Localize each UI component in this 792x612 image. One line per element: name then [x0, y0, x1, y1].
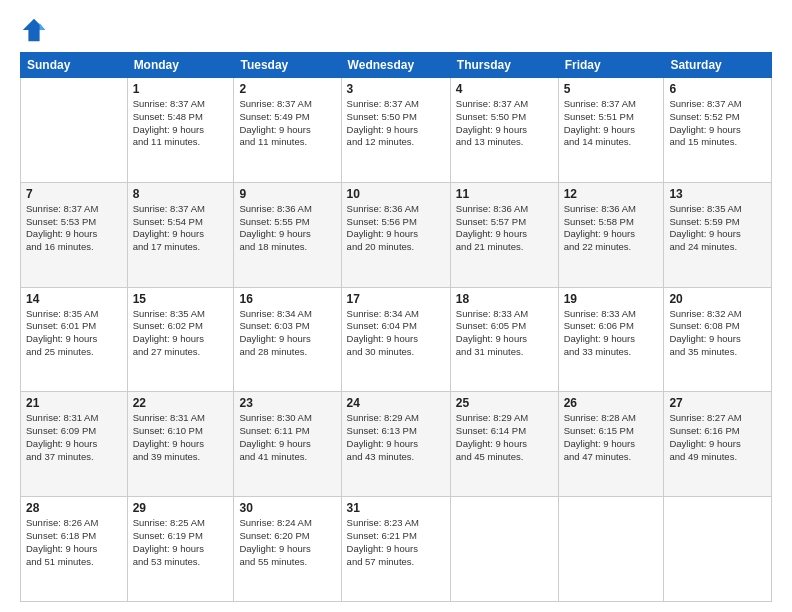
header-row: SundayMondayTuesdayWednesdayThursdayFrid…: [21, 53, 772, 78]
day-info: Sunrise: 8:30 AM Sunset: 6:11 PM Dayligh…: [239, 412, 335, 463]
day-info: Sunrise: 8:37 AM Sunset: 5:53 PM Dayligh…: [26, 203, 122, 254]
day-cell: 9Sunrise: 8:36 AM Sunset: 5:55 PM Daylig…: [234, 182, 341, 287]
day-number: 4: [456, 82, 553, 96]
day-number: 12: [564, 187, 659, 201]
day-cell: 21Sunrise: 8:31 AM Sunset: 6:09 PM Dayli…: [21, 392, 128, 497]
day-cell: 14Sunrise: 8:35 AM Sunset: 6:01 PM Dayli…: [21, 287, 128, 392]
day-number: 30: [239, 501, 335, 515]
day-number: 2: [239, 82, 335, 96]
day-cell: [450, 497, 558, 602]
week-row-4: 21Sunrise: 8:31 AM Sunset: 6:09 PM Dayli…: [21, 392, 772, 497]
day-cell: 31Sunrise: 8:23 AM Sunset: 6:21 PM Dayli…: [341, 497, 450, 602]
day-number: 31: [347, 501, 445, 515]
day-info: Sunrise: 8:31 AM Sunset: 6:10 PM Dayligh…: [133, 412, 229, 463]
day-number: 21: [26, 396, 122, 410]
day-cell: 7Sunrise: 8:37 AM Sunset: 5:53 PM Daylig…: [21, 182, 128, 287]
col-header-wednesday: Wednesday: [341, 53, 450, 78]
day-number: 19: [564, 292, 659, 306]
day-info: Sunrise: 8:37 AM Sunset: 5:50 PM Dayligh…: [456, 98, 553, 149]
day-cell: 25Sunrise: 8:29 AM Sunset: 6:14 PM Dayli…: [450, 392, 558, 497]
day-cell: 8Sunrise: 8:37 AM Sunset: 5:54 PM Daylig…: [127, 182, 234, 287]
day-number: 6: [669, 82, 766, 96]
day-info: Sunrise: 8:37 AM Sunset: 5:52 PM Dayligh…: [669, 98, 766, 149]
day-cell: 27Sunrise: 8:27 AM Sunset: 6:16 PM Dayli…: [664, 392, 772, 497]
col-header-sunday: Sunday: [21, 53, 128, 78]
day-info: Sunrise: 8:34 AM Sunset: 6:03 PM Dayligh…: [239, 308, 335, 359]
day-number: 5: [564, 82, 659, 96]
col-header-saturday: Saturday: [664, 53, 772, 78]
day-cell: 26Sunrise: 8:28 AM Sunset: 6:15 PM Dayli…: [558, 392, 664, 497]
day-info: Sunrise: 8:26 AM Sunset: 6:18 PM Dayligh…: [26, 517, 122, 568]
day-number: 29: [133, 501, 229, 515]
day-info: Sunrise: 8:35 AM Sunset: 5:59 PM Dayligh…: [669, 203, 766, 254]
day-info: Sunrise: 8:24 AM Sunset: 6:20 PM Dayligh…: [239, 517, 335, 568]
day-cell: 24Sunrise: 8:29 AM Sunset: 6:13 PM Dayli…: [341, 392, 450, 497]
day-cell: 19Sunrise: 8:33 AM Sunset: 6:06 PM Dayli…: [558, 287, 664, 392]
day-number: 1: [133, 82, 229, 96]
day-number: 10: [347, 187, 445, 201]
week-row-5: 28Sunrise: 8:26 AM Sunset: 6:18 PM Dayli…: [21, 497, 772, 602]
day-cell: 20Sunrise: 8:32 AM Sunset: 6:08 PM Dayli…: [664, 287, 772, 392]
day-number: 23: [239, 396, 335, 410]
day-cell: [21, 78, 128, 183]
day-info: Sunrise: 8:32 AM Sunset: 6:08 PM Dayligh…: [669, 308, 766, 359]
day-cell: 6Sunrise: 8:37 AM Sunset: 5:52 PM Daylig…: [664, 78, 772, 183]
day-cell: 18Sunrise: 8:33 AM Sunset: 6:05 PM Dayli…: [450, 287, 558, 392]
day-number: 26: [564, 396, 659, 410]
col-header-monday: Monday: [127, 53, 234, 78]
day-number: 24: [347, 396, 445, 410]
day-cell: 28Sunrise: 8:26 AM Sunset: 6:18 PM Dayli…: [21, 497, 128, 602]
logo: [20, 16, 52, 44]
calendar-table: SundayMondayTuesdayWednesdayThursdayFrid…: [20, 52, 772, 602]
day-number: 27: [669, 396, 766, 410]
day-info: Sunrise: 8:37 AM Sunset: 5:48 PM Dayligh…: [133, 98, 229, 149]
col-header-tuesday: Tuesday: [234, 53, 341, 78]
day-number: 28: [26, 501, 122, 515]
day-info: Sunrise: 8:25 AM Sunset: 6:19 PM Dayligh…: [133, 517, 229, 568]
day-cell: 4Sunrise: 8:37 AM Sunset: 5:50 PM Daylig…: [450, 78, 558, 183]
col-header-friday: Friday: [558, 53, 664, 78]
day-info: Sunrise: 8:29 AM Sunset: 6:13 PM Dayligh…: [347, 412, 445, 463]
day-cell: 12Sunrise: 8:36 AM Sunset: 5:58 PM Dayli…: [558, 182, 664, 287]
week-row-2: 7Sunrise: 8:37 AM Sunset: 5:53 PM Daylig…: [21, 182, 772, 287]
day-number: 25: [456, 396, 553, 410]
day-number: 16: [239, 292, 335, 306]
day-info: Sunrise: 8:37 AM Sunset: 5:51 PM Dayligh…: [564, 98, 659, 149]
week-row-1: 1Sunrise: 8:37 AM Sunset: 5:48 PM Daylig…: [21, 78, 772, 183]
day-info: Sunrise: 8:28 AM Sunset: 6:15 PM Dayligh…: [564, 412, 659, 463]
day-number: 20: [669, 292, 766, 306]
header: [20, 16, 772, 44]
day-info: Sunrise: 8:31 AM Sunset: 6:09 PM Dayligh…: [26, 412, 122, 463]
day-number: 7: [26, 187, 122, 201]
svg-marker-1: [40, 23, 46, 30]
day-cell: 15Sunrise: 8:35 AM Sunset: 6:02 PM Dayli…: [127, 287, 234, 392]
day-info: Sunrise: 8:29 AM Sunset: 6:14 PM Dayligh…: [456, 412, 553, 463]
day-cell: 30Sunrise: 8:24 AM Sunset: 6:20 PM Dayli…: [234, 497, 341, 602]
col-header-thursday: Thursday: [450, 53, 558, 78]
day-info: Sunrise: 8:35 AM Sunset: 6:02 PM Dayligh…: [133, 308, 229, 359]
day-info: Sunrise: 8:34 AM Sunset: 6:04 PM Dayligh…: [347, 308, 445, 359]
day-number: 17: [347, 292, 445, 306]
day-info: Sunrise: 8:36 AM Sunset: 5:56 PM Dayligh…: [347, 203, 445, 254]
day-number: 8: [133, 187, 229, 201]
day-info: Sunrise: 8:37 AM Sunset: 5:54 PM Dayligh…: [133, 203, 229, 254]
day-info: Sunrise: 8:36 AM Sunset: 5:58 PM Dayligh…: [564, 203, 659, 254]
day-info: Sunrise: 8:37 AM Sunset: 5:49 PM Dayligh…: [239, 98, 335, 149]
day-info: Sunrise: 8:27 AM Sunset: 6:16 PM Dayligh…: [669, 412, 766, 463]
day-cell: 23Sunrise: 8:30 AM Sunset: 6:11 PM Dayli…: [234, 392, 341, 497]
day-cell: 11Sunrise: 8:36 AM Sunset: 5:57 PM Dayli…: [450, 182, 558, 287]
day-cell: 1Sunrise: 8:37 AM Sunset: 5:48 PM Daylig…: [127, 78, 234, 183]
day-cell: 5Sunrise: 8:37 AM Sunset: 5:51 PM Daylig…: [558, 78, 664, 183]
day-number: 3: [347, 82, 445, 96]
page: SundayMondayTuesdayWednesdayThursdayFrid…: [0, 0, 792, 612]
day-number: 9: [239, 187, 335, 201]
day-info: Sunrise: 8:35 AM Sunset: 6:01 PM Dayligh…: [26, 308, 122, 359]
day-number: 18: [456, 292, 553, 306]
day-number: 11: [456, 187, 553, 201]
day-info: Sunrise: 8:36 AM Sunset: 5:55 PM Dayligh…: [239, 203, 335, 254]
day-cell: 17Sunrise: 8:34 AM Sunset: 6:04 PM Dayli…: [341, 287, 450, 392]
day-number: 15: [133, 292, 229, 306]
week-row-3: 14Sunrise: 8:35 AM Sunset: 6:01 PM Dayli…: [21, 287, 772, 392]
day-number: 22: [133, 396, 229, 410]
day-cell: 3Sunrise: 8:37 AM Sunset: 5:50 PM Daylig…: [341, 78, 450, 183]
